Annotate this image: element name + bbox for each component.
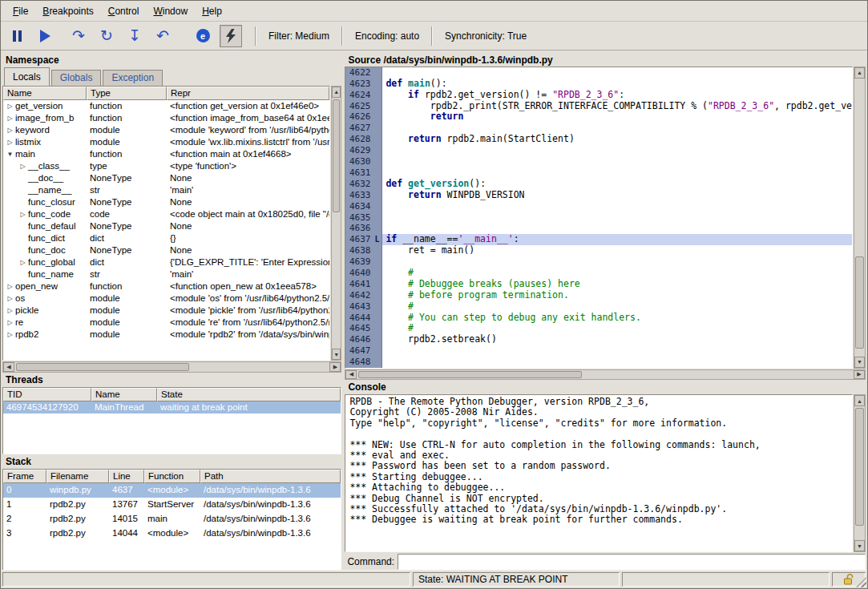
collapsed-arrow-icon[interactable]: ▷ (5, 317, 15, 329)
scroll-down-button[interactable]: ▼ (854, 540, 865, 551)
table-row[interactable]: 1rpdb2.py13767StartServer/data/sys/bin/w… (3, 498, 341, 512)
table-row[interactable]: 2rpdb2.py14015main/data/sys/bin/winpdb-1… (3, 512, 341, 526)
line-number[interactable]: 4634 (345, 201, 372, 212)
table-row[interactable]: ▷open_newfunction<function open_new at 0… (3, 280, 329, 292)
source-line[interactable]: 4638 ret = main() (345, 245, 852, 256)
scroll-thumb[interactable] (855, 408, 864, 526)
table-row[interactable]: func_namestr'main' (3, 268, 329, 280)
scroll-track[interactable] (14, 362, 329, 372)
line-number[interactable]: 4638 (345, 245, 372, 256)
table-row[interactable]: 3rpdb2.py14044<module>/data/sys/bin/winp… (3, 526, 341, 541)
source-line[interactable]: 4623def main(): (345, 79, 852, 90)
menu-file[interactable]: File (6, 2, 35, 20)
column-header-type[interactable]: Type (87, 87, 167, 100)
table-row[interactable]: ▷rpdb2module<module 'rpdb2' from '/data/… (3, 329, 329, 341)
line-number[interactable]: 4641 (345, 279, 372, 290)
source-line[interactable]: 4648 (345, 357, 852, 368)
table-row[interactable]: 0winpdb.py4637<module>/data/sys/bin/winp… (3, 483, 341, 498)
break-button[interactable] (6, 25, 28, 47)
table-row[interactable]: 46974534127920MainThreadwaiting at break… (3, 401, 341, 414)
source-line[interactable]: 4630 (345, 156, 852, 167)
line-number[interactable]: 4643 (345, 301, 372, 313)
source-vscrollbar[interactable]: ▲ ▼ (854, 67, 866, 369)
table-row[interactable]: ▷picklemodule<module 'pickle' from '/usr… (3, 305, 329, 317)
tab-exception[interactable]: Exception (103, 70, 163, 86)
source-line[interactable]: 4629 (345, 145, 852, 156)
line-number[interactable]: 4635 (345, 212, 372, 224)
column-header-frame[interactable]: Frame (3, 470, 46, 483)
console-output[interactable]: RPDB - The Remote Python Debugger, versi… (345, 394, 853, 552)
column-header-filename[interactable]: Filename (46, 470, 109, 483)
table-row[interactable]: func_dictdict{} (3, 232, 329, 244)
source-line[interactable]: 4646 rpdb2.setbreak() (345, 334, 852, 345)
source-line[interactable]: 4635 (345, 212, 852, 224)
scroll-thumb[interactable] (333, 99, 340, 212)
scroll-track[interactable] (332, 98, 341, 349)
scroll-up-button[interactable]: ▲ (854, 395, 865, 406)
encoding-toggle-button[interactable]: e (192, 25, 214, 47)
scroll-thumb[interactable] (16, 363, 189, 371)
table-row[interactable]: __doc__NoneTypeNone (3, 172, 329, 184)
menu-control[interactable]: Control (101, 2, 147, 20)
source-line[interactable]: 4642 # before program termination. (345, 290, 852, 301)
return-button[interactable]: ↶ (151, 25, 174, 47)
command-input[interactable] (398, 554, 866, 570)
menu-breakpoints[interactable]: Breakpoints (35, 2, 100, 20)
source-line[interactable]: 4628 return rpdb2.main(StartClient) (345, 134, 852, 145)
namespace-vscrollbar[interactable]: ▲ ▼ (331, 86, 341, 361)
table-row[interactable]: ▷remodule<module 're' from '/usr/lib64/p… (3, 317, 329, 329)
table-row[interactable]: ▷osmodule<module 'os' from '/usr/lib64/p… (3, 292, 329, 305)
console-vscrollbar[interactable]: ▲ ▼ (854, 394, 866, 552)
source-line[interactable]: 4644 # You can step to debug any exit ha… (345, 313, 852, 324)
table-row[interactable]: ▷__class__type<type 'function'> (3, 160, 329, 172)
table-row[interactable]: ▷func_globaldict{'DLG_EXPR_TITLE': 'Ente… (3, 256, 329, 268)
table-row[interactable]: func_defaulNoneTypeNone (3, 220, 329, 232)
table-row[interactable]: ▷image_from_bfunction<function image_fro… (3, 112, 329, 124)
scroll-thumb[interactable] (855, 256, 864, 349)
menu-window[interactable]: Window (146, 2, 195, 20)
source-line[interactable]: 4622 (345, 67, 852, 79)
line-number[interactable]: 4636 (345, 223, 372, 234)
line-number[interactable]: 4647 (345, 345, 372, 357)
column-header-tid[interactable]: TID (3, 388, 91, 401)
column-header-repr[interactable]: Repr (167, 87, 329, 100)
scroll-down-button[interactable]: ▼ (332, 349, 341, 360)
table-row[interactable]: ▷keywordmodule<module 'keyword' from '/u… (3, 124, 329, 136)
line-number[interactable]: 4630 (345, 156, 372, 167)
line-number[interactable]: 4623 (345, 79, 372, 90)
source-line[interactable]: 4632def get_version(): (345, 179, 852, 190)
line-number[interactable]: 4626 (345, 111, 372, 123)
scroll-left-button[interactable]: ◀ (3, 362, 14, 372)
line-number[interactable]: 4640 (345, 268, 372, 279)
source-line[interactable]: 4633 return WINPDB_VERSION (345, 190, 852, 201)
line-number[interactable]: 4633 (345, 190, 372, 201)
column-header-function[interactable]: Function (144, 470, 200, 483)
scroll-thumb[interactable] (358, 371, 582, 378)
step-out-button[interactable]: ↧ (123, 25, 146, 47)
line-number[interactable]: 4644 (345, 313, 372, 324)
table-row[interactable]: ▷get_versionfunction<function get_versio… (3, 100, 329, 112)
table-row[interactable]: func_docNoneTypeNone (3, 244, 329, 256)
source-line[interactable]: 4631 (345, 167, 852, 179)
tab-globals[interactable]: Globals (51, 70, 102, 86)
scroll-right-button[interactable]: ▶ (854, 370, 865, 379)
line-number[interactable]: 4622 (345, 67, 372, 79)
next-button[interactable]: ↻ (95, 25, 118, 47)
line-number[interactable]: 4627 (345, 123, 372, 134)
source-line[interactable]: 4645 # (345, 323, 852, 334)
table-row[interactable]: ▷func_codecode<code object main at 0x180… (3, 208, 329, 220)
scroll-track[interactable] (357, 370, 854, 379)
line-number[interactable]: 4648 (345, 357, 372, 368)
line-number[interactable]: 4628 (345, 134, 372, 145)
collapsed-arrow-icon[interactable]: ▷ (5, 293, 15, 305)
source-line[interactable]: 4639 (345, 256, 852, 268)
scroll-up-button[interactable]: ▲ (854, 67, 865, 79)
column-header-name[interactable]: Name (3, 87, 87, 100)
line-number[interactable]: 4646 (345, 334, 372, 345)
source-line[interactable]: 4625 rpdb2._print(STR_ERROR_INTERFACE_CO… (345, 101, 852, 112)
synchronicity-toggle-button[interactable] (220, 25, 242, 47)
line-number[interactable]: 4629 (345, 145, 372, 156)
collapsed-arrow-icon[interactable]: ▷ (5, 329, 15, 341)
menu-help[interactable]: Help (195, 2, 229, 20)
line-number[interactable]: 4642 (345, 290, 372, 301)
